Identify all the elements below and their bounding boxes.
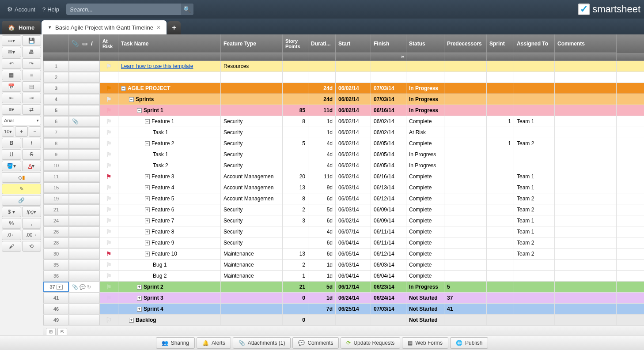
status-cell[interactable]: In Progress	[406, 94, 444, 105]
at-risk-cell[interactable]: ⚑	[100, 271, 118, 281]
finish-cell[interactable]: 06/12/14	[371, 193, 406, 204]
sprint-cell[interactable]	[487, 282, 514, 292]
table-row[interactable]: 21⚑+Feature 6Security25d06/03/1406/09/14…	[43, 204, 644, 215]
comments-cell[interactable]	[555, 182, 617, 193]
duration-cell[interactable]: 4d	[308, 149, 336, 160]
comments-cell[interactable]	[555, 271, 617, 281]
comments-cell[interactable]	[555, 72, 617, 83]
start-cell[interactable]: 06/02/14	[336, 105, 371, 116]
story-cell[interactable]: 2	[283, 204, 308, 215]
task-name-cell[interactable]: Task 2	[118, 160, 221, 171]
predecessor-cell[interactable]	[444, 193, 487, 204]
new-sheet-button[interactable]: ▭▾	[2, 35, 21, 46]
assigned-cell[interactable]	[514, 61, 555, 72]
underline-button[interactable]: U	[2, 149, 21, 160]
attachments-button[interactable]: 📎Attachments (1)	[233, 337, 291, 349]
feature-cell[interactable]: Security	[221, 215, 283, 226]
task-name-cell[interactable]: +Feature 7	[118, 215, 221, 226]
header-predecessors[interactable]: Predecessors	[444, 34, 487, 53]
task-name-cell[interactable]: +Feature 3	[118, 171, 221, 182]
story-cell[interactable]	[283, 149, 308, 160]
assigned-cell[interactable]	[514, 72, 555, 83]
sprint-cell[interactable]	[487, 215, 514, 226]
predecessor-cell[interactable]	[444, 215, 487, 226]
predecessor-cell[interactable]	[444, 271, 487, 281]
comments-cell[interactable]	[555, 215, 617, 226]
header-story[interactable]: Story Points	[283, 34, 308, 53]
redo-button[interactable]: ↷	[22, 58, 42, 69]
feature-cell[interactable]	[221, 83, 283, 94]
at-risk-cell[interactable]: ⚑	[100, 94, 118, 105]
card-view-button[interactable]: ▤	[22, 81, 42, 92]
row-indicators[interactable]	[69, 105, 100, 116]
row-number[interactable]: 24	[43, 215, 69, 226]
account-menu[interactable]: ⚙ Account	[4, 4, 39, 15]
feature-cell[interactable]: Account Managemen	[221, 171, 283, 182]
row-number[interactable]: 35	[43, 260, 69, 270]
finish-cell[interactable]: 06/02/14	[371, 116, 406, 127]
comments-button[interactable]: 💬Comments	[292, 337, 339, 349]
sprint-cell[interactable]	[487, 271, 514, 281]
expand-toggle[interactable]: +	[137, 285, 142, 290]
assigned-cell[interactable]: Team 2	[514, 237, 555, 248]
decrease-font-button[interactable]: −	[29, 126, 41, 137]
decrease-decimal-button[interactable]: .0←	[2, 230, 21, 240]
row-indicators[interactable]	[69, 171, 100, 182]
story-cell[interactable]	[283, 83, 308, 94]
at-risk-cell[interactable]: ⚑	[100, 61, 118, 72]
at-risk-cell[interactable]: ⚑	[100, 226, 118, 237]
assigned-cell[interactable]	[514, 271, 555, 281]
feature-cell[interactable]: Account Managemen	[221, 182, 283, 193]
task-name-cell[interactable]: −Sprints	[118, 94, 221, 105]
row-number[interactable]: 28	[43, 237, 69, 248]
tab-active-sheet[interactable]: ▼ Basic Agile Project with Gantt Timelin…	[42, 20, 167, 34]
comments-cell[interactable]	[555, 204, 617, 215]
highlight-button[interactable]: ✎	[2, 184, 41, 194]
at-risk-cell[interactable]: ⚑	[100, 171, 118, 182]
table-row[interactable]: 49⚑+Backlog0Not Started	[43, 315, 644, 326]
expand-toggle[interactable]: +	[145, 241, 150, 245]
status-cell[interactable]: Not Started	[406, 293, 444, 303]
assigned-cell[interactable]: Team 1	[514, 215, 555, 226]
row-indicators[interactable]	[69, 193, 100, 204]
comments-cell[interactable]	[555, 171, 617, 182]
task-name-cell[interactable]: −AGILE PROJECT	[118, 83, 221, 94]
feature-cell[interactable]	[221, 72, 283, 83]
start-cell[interactable]: 06/02/14	[336, 83, 371, 94]
header-comments[interactable]: Comments	[555, 34, 617, 53]
update-requests-button[interactable]: ⟳Update Requests	[341, 337, 400, 349]
feature-cell[interactable]: Maintenance	[221, 271, 283, 281]
row-number[interactable]: 19	[43, 193, 69, 204]
duration-cell[interactable]	[308, 72, 336, 83]
duration-cell[interactable]: 4d	[308, 160, 336, 171]
status-cell[interactable]: In Progress	[406, 282, 444, 292]
undo-button[interactable]: ↶	[2, 58, 21, 69]
header-sprint[interactable]: Sprint	[487, 34, 514, 53]
start-cell[interactable]: 06/03/14	[336, 182, 371, 193]
duration-cell[interactable]: 1d	[308, 293, 336, 303]
feature-cell[interactable]	[221, 94, 283, 105]
sprint-cell[interactable]: 1	[487, 138, 514, 149]
start-cell[interactable]: 06/25/14	[336, 304, 371, 314]
table-row[interactable]: 15⚑+Feature 4Account Managemen139d06/03/…	[43, 182, 644, 193]
task-name-cell[interactable]: Bug 2	[118, 271, 221, 281]
start-cell[interactable]: 06/04/14	[336, 237, 371, 248]
comments-cell[interactable]	[555, 193, 617, 204]
sprint-cell[interactable]	[487, 127, 514, 138]
search-input[interactable]	[66, 4, 181, 15]
status-cell[interactable]: Complete	[406, 271, 444, 281]
duration-cell[interactable]: 4d	[308, 226, 336, 237]
finish-cell[interactable]: 07/03/14	[371, 94, 406, 105]
table-row[interactable]: 6📎⚑−Feature 1Security81d06/02/1406/02/14…	[43, 116, 644, 127]
row-indicators[interactable]	[69, 182, 100, 193]
story-cell[interactable]: 8	[283, 116, 308, 127]
clear-format-button[interactable]: ⟲	[22, 241, 42, 252]
font-select[interactable]: Arial▾	[2, 116, 41, 125]
percent-button[interactable]: %	[2, 218, 21, 229]
story-cell[interactable]	[283, 237, 308, 248]
comments-cell[interactable]	[555, 127, 617, 138]
feature-cell[interactable]	[221, 282, 283, 292]
story-cell[interactable]: 20	[283, 171, 308, 182]
finish-cell[interactable]: 07/03/14	[371, 83, 406, 94]
feature-cell[interactable]: Maintenance	[221, 248, 283, 259]
